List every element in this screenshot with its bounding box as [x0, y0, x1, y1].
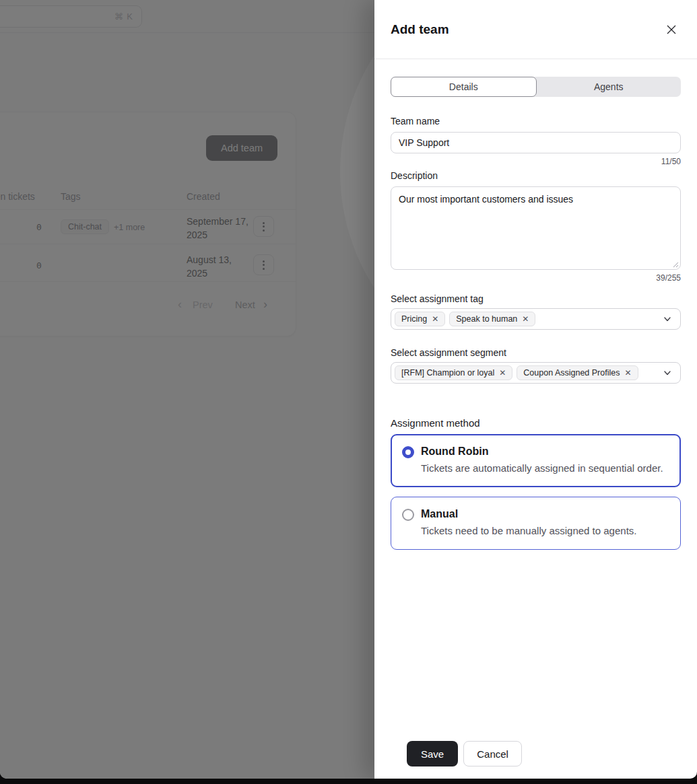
team-name-counter: 11/50 — [391, 157, 681, 166]
chevron-down-icon — [663, 368, 672, 378]
close-button[interactable] — [662, 20, 681, 39]
remove-chip-icon[interactable]: ✕ — [499, 369, 506, 377]
selected-tag-chip: Speak to human ✕ — [449, 312, 535, 326]
assignment-segment-label: Select assignment segment — [391, 347, 681, 358]
resize-handle-icon[interactable] — [672, 261, 679, 268]
description-textarea[interactable]: Our most important customers and issues — [391, 186, 681, 270]
method-title: Round Robin — [421, 445, 663, 458]
selected-segment-chip: Coupon Assigned Profiles ✕ — [517, 365, 638, 380]
description-label: Description — [391, 170, 681, 181]
save-button[interactable]: Save — [407, 741, 458, 767]
chip-label: [RFM] Champion or loyal — [401, 368, 494, 378]
cancel-button[interactable]: Cancel — [463, 741, 522, 767]
selected-tag-chip: Pricing ✕ — [395, 312, 445, 326]
close-icon — [665, 24, 677, 36]
team-name-label: Team name — [391, 116, 681, 127]
assignment-tag-label: Select assignment tag — [391, 293, 681, 304]
drawer-footer: Save Cancel — [391, 741, 681, 779]
method-description: Tickets need to be manually assigned to … — [421, 523, 636, 539]
method-option-manual[interactable]: Manual Tickets need to be manually assig… — [391, 497, 681, 550]
method-description: Tickets are automatically assigned in se… — [421, 460, 663, 476]
method-option-round-robin[interactable]: Round Robin Tickets are automatically as… — [391, 434, 681, 487]
drawer-title: Add team — [391, 22, 449, 37]
description-counter: 39/255 — [391, 273, 681, 283]
team-name-input[interactable] — [391, 132, 681, 153]
remove-chip-icon[interactable]: ✕ — [522, 315, 529, 323]
tab-agents[interactable]: Agents — [537, 77, 682, 97]
remove-chip-icon[interactable]: ✕ — [432, 315, 438, 323]
radio-unselected-icon[interactable] — [402, 509, 414, 521]
drawer-body: Details Agents Team name 11/50 Descripti… — [374, 59, 697, 779]
chevron-down-icon — [663, 314, 672, 324]
chip-label: Coupon Assigned Profiles — [523, 368, 620, 378]
selected-segment-chip: [RFM] Champion or loyal ✕ — [395, 365, 512, 380]
assignment-method-label: Assignment method — [391, 417, 681, 429]
method-title: Manual — [421, 507, 636, 521]
assignment-tag-select[interactable]: Pricing ✕ Speak to human ✕ — [391, 308, 681, 330]
radio-selected-icon[interactable] — [402, 446, 414, 458]
drawer-header: Add team — [374, 0, 697, 59]
tab-details[interactable]: Details — [391, 77, 537, 97]
assignment-segment-select[interactable]: [RFM] Champion or loyal ✕ Coupon Assigne… — [391, 362, 681, 384]
add-team-drawer: Add team Details Agents Team name 11/50 … — [374, 0, 697, 779]
tab-bar: Details Agents — [391, 77, 681, 97]
chip-label: Pricing — [401, 314, 427, 324]
chip-label: Speak to human — [456, 314, 517, 324]
app-window: ⌘ K Add team Open tickets Tags Created 0… — [0, 0, 697, 779]
remove-chip-icon[interactable]: ✕ — [624, 369, 631, 377]
